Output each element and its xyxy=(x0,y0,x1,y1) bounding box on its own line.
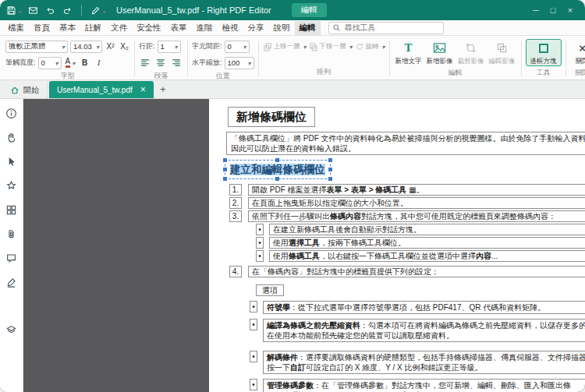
font-color-button[interactable]: A xyxy=(64,57,77,69)
list-item-1[interactable]: 1. 開啟 PDF 檔案並選擇表單 > 表單 > 條碼工具 ▦。 xyxy=(229,184,585,196)
doc-heading-title[interactable]: 新增條碼欄位 xyxy=(228,107,315,127)
search-input[interactable] xyxy=(343,23,440,33)
close-window-button[interactable]: × xyxy=(562,5,579,15)
signature-pen-icon xyxy=(5,277,17,288)
selected-heading-text[interactable]: 建立和編輯條碼欄位 xyxy=(230,164,325,175)
align-center-button[interactable] xyxy=(154,57,168,69)
maximize-button[interactable]: □ xyxy=(544,5,562,15)
tab-start[interactable]: 開始 xyxy=(2,82,48,98)
align-left-button[interactable] xyxy=(139,57,152,69)
find-tools-search[interactable] xyxy=(328,22,444,34)
selected-text-block[interactable]: 建立和編輯條碼欄位 xyxy=(225,160,331,179)
option-bullet-symbology[interactable]: • 符號學：從下拉式選單中選擇符號學選項，包括 PDF417、QR 代碼和資料矩… xyxy=(250,301,585,314)
pdf-page[interactable]: 新增條碼欄位 「條碼工具欄位」將 PDF 文件中的資料轉化為易於被掃描與分析的視… xyxy=(209,99,585,392)
home-icon xyxy=(10,86,20,95)
crop-image-button[interactable]: 裁剪影像 xyxy=(456,39,486,66)
bring-forward-icon xyxy=(263,42,272,51)
menu-tab-home[interactable]: 首頁 xyxy=(29,21,55,35)
subscript-button[interactable]: X₂ xyxy=(119,41,130,53)
info-icon xyxy=(5,108,17,119)
minimize-button[interactable]: ─ xyxy=(527,5,544,15)
sidebar-item-select[interactable] xyxy=(5,155,17,168)
menu-tab-file[interactable]: 檔案 xyxy=(3,21,29,35)
selection-handle[interactable] xyxy=(223,168,227,171)
menu-tab-annotate[interactable]: 註解 xyxy=(80,21,106,35)
sub-bullet-1[interactable]: • 在建立新條碼工具後會自動顯示對話方塊。 xyxy=(256,224,585,235)
font-family-select[interactable]: 微軟正黑體 xyxy=(5,41,68,53)
sidebar-item-layers[interactable] xyxy=(5,323,17,336)
menu-tab-basic[interactable]: 基本 xyxy=(55,21,80,35)
sidebar-item-bookmark[interactable] xyxy=(5,179,17,192)
option-bullet-decode-condition[interactable]: • 解碼條件：選擇要讀取條碼資料的硬體類型，包括手持條碼掃描器、傳真伺服器、文件… xyxy=(250,351,585,374)
selection-handle[interactable] xyxy=(328,177,332,181)
selection-handle[interactable] xyxy=(275,177,279,181)
sidebar-item-hand[interactable] xyxy=(5,131,17,143)
frame-box-button[interactable]: 邊框方塊 xyxy=(526,39,562,66)
char-spacing-select[interactable]: 0 xyxy=(225,41,250,53)
option-bullet-compress[interactable]: • 編譯為條碼之前先壓縮資料：勾選本項可在將資料編碼為條碼之前先壓縮資料，以儲存… xyxy=(250,319,585,342)
selection-handle[interactable] xyxy=(275,158,279,162)
list-item-2[interactable]: 2. 在頁面上拖曳矩形以指定欄位的大小和位置。 xyxy=(229,197,585,209)
close-tab-icon[interactable]: × xyxy=(140,86,146,94)
stroke-width-select[interactable]: 0 xyxy=(38,57,62,69)
close-icon: × xyxy=(579,41,585,55)
sidebar-item-attachments[interactable] xyxy=(5,228,17,240)
redo-icon xyxy=(62,5,73,16)
left-tool-sidebar xyxy=(0,99,23,392)
list-item-3[interactable]: 3. 依照下列任一步驟叫出條碼內容對話方塊，其中您可使用既定的標籤頁來調整條碼內… xyxy=(229,210,585,222)
tab-document-active[interactable]: UserManual_5_tw.pdf × xyxy=(49,81,154,98)
h-scale-select[interactable]: 100 xyxy=(225,57,254,69)
intro-line-1: 「條碼工具欄位」將 PDF 文件中的資料轉化為易於被掃描與分析的視覺圖樣。由於免… xyxy=(231,133,585,143)
options-section-label[interactable]: 選項 xyxy=(256,284,284,296)
rotate-button[interactable]: 旋轉 xyxy=(355,42,385,51)
redo-button[interactable] xyxy=(62,5,73,16)
menu-tab-document[interactable]: 文件 xyxy=(106,21,132,35)
superscript-button[interactable]: X² xyxy=(105,41,116,53)
line-spacing-select[interactable]: 1 xyxy=(158,41,181,53)
option-bullet-manage-params[interactable]: • 管理條碼參數：在「管理條碼參數」對話方塊中，您可新增、編輯、刪除、匯入和匯出… xyxy=(250,379,585,392)
send-backward-button[interactable]: 下移一層 xyxy=(309,42,353,51)
menu-tab-advanced[interactable]: 進階 xyxy=(192,21,218,35)
edit-image-button[interactable]: 編輯影像 xyxy=(488,39,517,66)
font-size-select[interactable]: 14.03 xyxy=(70,41,102,53)
group-label-close: 關閉 xyxy=(567,66,585,80)
close-edit-button[interactable]: × 關閉 xyxy=(570,39,585,66)
selection-handle[interactable] xyxy=(328,168,332,171)
bring-forward-button[interactable]: 上移一層 xyxy=(263,42,307,51)
pen-tool-button[interactable] xyxy=(90,3,105,17)
selection-handle[interactable] xyxy=(223,158,227,162)
paperclip-icon xyxy=(5,228,17,240)
sub-bullet-3[interactable]: • 使用條碼工具，以右鍵按一下條碼工具欄位並從選項中選擇內容... xyxy=(256,250,585,262)
ribbon-group-arrange: 上移一層 下移一層 旋轉 排列 xyxy=(260,37,388,79)
selection-handle[interactable] xyxy=(223,177,227,181)
new-tab-button[interactable]: + xyxy=(155,82,171,98)
bold-button[interactable]: B xyxy=(79,57,90,69)
menu-tab-form[interactable]: 表單 xyxy=(166,21,192,35)
chevron-down-icon xyxy=(54,58,58,67)
save-button[interactable] xyxy=(6,3,21,17)
menubar: 檔案 首頁 基本 註解 文件 安全性 表單 進階 檢視 分享 說明 編輯 xyxy=(0,20,585,36)
menu-tab-help[interactable]: 說明 xyxy=(269,21,295,35)
chevron-down-icon xyxy=(246,58,251,67)
document-canvas[interactable]: 新增條碼欄位 「條碼工具欄位」將 PDF 文件中的資料轉化為易於被掃描與分析的視… xyxy=(23,99,585,392)
menu-tab-edit[interactable]: 編輯 xyxy=(295,21,321,35)
menu-tab-view[interactable]: 檢視 xyxy=(218,21,243,35)
undo-button[interactable] xyxy=(45,5,55,16)
menu-tab-share[interactable]: 分享 xyxy=(243,21,269,35)
sidebar-item-info[interactable] xyxy=(5,107,17,119)
window-title: UserManual_5_tw.pdf - Right PDF Editor xyxy=(116,5,271,15)
edit-mode-badge[interactable]: 編輯 xyxy=(292,3,327,17)
sidebar-item-comments[interactable] xyxy=(5,252,17,264)
menu-tab-security[interactable]: 安全性 xyxy=(132,21,166,35)
selection-handle[interactable] xyxy=(328,158,332,162)
email-button[interactable] xyxy=(28,5,38,16)
sidebar-item-signature[interactable] xyxy=(5,276,17,288)
sidebar-item-thumbnails[interactable] xyxy=(5,203,17,216)
italic-button[interactable]: I xyxy=(93,57,105,69)
doc-paragraph-intro[interactable]: 「條碼工具欄位」將 PDF 文件中的資料轉化為易於被掃描與分析的視覺圖樣。由於免… xyxy=(226,132,585,155)
sub-bullet-2[interactable]: • 使用選擇工具，按兩下條碼工具欄位。 xyxy=(256,237,585,249)
add-image-button[interactable]: 新增影像 xyxy=(425,39,455,66)
list-item-4[interactable]: 4. 在「條碼內容」對話方塊中的標籤頁提供下列的設定： xyxy=(229,266,585,277)
add-text-button[interactable]: T 新增文字 xyxy=(394,39,424,66)
align-right-button[interactable] xyxy=(170,57,183,69)
